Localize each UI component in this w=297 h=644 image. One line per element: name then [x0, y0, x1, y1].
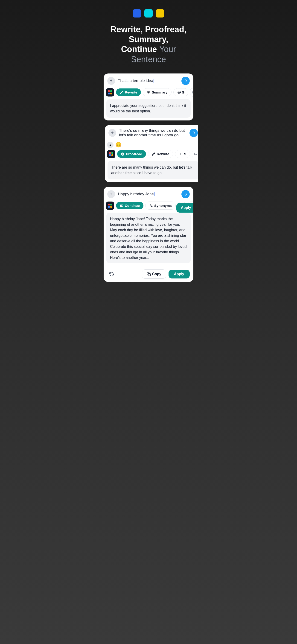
card2-input-value: There's so many things we can do but let…: [119, 128, 185, 137]
card3-result: Happy birthday Jane! Today marks the beg…: [106, 212, 191, 263]
copy-label: Copy: [152, 272, 162, 276]
card3-result-text: Happy birthday Jane! Today marks the beg…: [110, 217, 187, 260]
card2-send-button[interactable]: [190, 129, 198, 137]
card2-add-button[interactable]: +: [108, 129, 116, 137]
card1-input-text[interactable]: That's a terrible idea: [118, 78, 179, 83]
bottom-right-buttons: Copy Apply: [142, 270, 190, 279]
svg-rect-21: [121, 204, 123, 205]
emoji-icon: 😊: [115, 142, 122, 148]
svg-rect-30: [148, 274, 150, 276]
card2-input-row: + There's so many things we can do but l…: [105, 125, 198, 141]
card2-summary-label: S: [184, 152, 186, 156]
text-cursor-3: [154, 192, 154, 196]
other-button[interactable]: G: [173, 88, 188, 96]
refresh-button[interactable]: [107, 270, 116, 278]
synonyms-button[interactable]: Synonyms: [145, 202, 176, 210]
hero-bold: Rewrite, Proofread, Summary,: [110, 25, 186, 44]
continue-label: Continue: [125, 204, 140, 208]
card1-toolbar: Rewrite Summary G: [104, 88, 194, 99]
app-icon-2[interactable]: [107, 150, 115, 158]
text-cursor: [154, 79, 154, 83]
card2-rewrite-button[interactable]: Rewrite: [148, 150, 173, 158]
dot-green-3: [110, 204, 112, 206]
dot-yellow2: [110, 92, 112, 94]
svg-line-3: [149, 91, 150, 92]
apply-floating-button[interactable]: Apply: [176, 203, 194, 212]
card3-bottom-actions: Copy Apply: [104, 266, 194, 282]
svg-line-2: [148, 91, 148, 92]
continue-button[interactable]: Continue: [116, 202, 144, 209]
synonyms-label: Synonyms: [154, 204, 172, 208]
svg-rect-23: [121, 206, 122, 206]
svg-rect-22: [121, 205, 122, 206]
summary-button[interactable]: Summary: [143, 88, 171, 96]
card2-toolbar: Proofread Rewrite S: [105, 150, 198, 161]
proofread-button[interactable]: Proofread: [117, 150, 146, 158]
summary-label: Summary: [152, 90, 168, 94]
keyboard-button-1[interactable]: [190, 88, 194, 96]
svg-rect-6: [193, 91, 194, 93]
card2-summary-button[interactable]: S: [175, 150, 190, 158]
card3-input-value: Happy birthday Jane: [118, 192, 154, 196]
continue-card-wrapper: + Happy birthday Jane Apply Contin: [104, 187, 194, 286]
hero-text: Rewrite, Proofread, Summary, Continue Yo…: [104, 24, 194, 64]
card2-result: There are so many things we can do, but …: [108, 161, 198, 180]
dot-blue-4: [108, 206, 110, 208]
dot-green-2: [112, 152, 113, 154]
color-dots: [133, 9, 164, 18]
text-cursor-2: [180, 133, 180, 137]
card1-add-button[interactable]: +: [107, 77, 115, 85]
card2-result-text: There are so many things we can do, but …: [111, 166, 192, 175]
svg-rect-14: [194, 153, 198, 155]
dot-blue2: [108, 92, 110, 94]
card1-input-value: That's a terrible idea: [118, 78, 153, 83]
card3-add-button[interactable]: +: [107, 190, 115, 198]
card2-rewrite-label: Rewrite: [157, 152, 169, 156]
chevron-up-button[interactable]: ▲: [107, 142, 114, 148]
card1-input-row: + That's a terrible idea: [104, 74, 194, 88]
rewrite-label: Rewrite: [125, 90, 137, 94]
dot-blue-3: [109, 154, 111, 156]
dot-red-3: [108, 204, 110, 206]
svg-rect-20: [120, 204, 121, 206]
blue-dot: [133, 9, 141, 18]
card3-input-text[interactable]: Happy birthday Jane: [118, 192, 179, 196]
app-icon-1[interactable]: [106, 88, 114, 96]
card1-result-text: I appreciate your suggestion, but I don'…: [110, 104, 186, 113]
card1-result: I appreciate your suggestion, but I don'…: [106, 99, 191, 118]
dot-yellow-3: [112, 154, 113, 156]
card2-nav-row: ▲ 😊: [105, 141, 198, 149]
apply-label: Apply: [174, 272, 184, 276]
app-icon-3[interactable]: [106, 202, 114, 210]
continue-card: + Happy birthday Jane Apply Contin: [104, 187, 194, 282]
hero-bold2: Continue: [121, 44, 157, 54]
keyboard-button-2[interactable]: [192, 150, 198, 158]
dot-red: [108, 90, 110, 92]
rewrite-button[interactable]: Rewrite: [116, 88, 141, 96]
proofread-card: + There's so many things we can do but l…: [105, 125, 198, 182]
card3-send-button[interactable]: [182, 190, 190, 198]
cyan-dot: [144, 9, 153, 18]
card1-send-button[interactable]: [182, 77, 190, 85]
card3-input-row: + Happy birthday Jane: [104, 187, 194, 202]
other-label: G: [182, 90, 185, 94]
dot-yellow-4: [110, 206, 112, 208]
dot-red-2: [109, 152, 111, 154]
apply-button[interactable]: Apply: [168, 270, 190, 278]
dot-green: [110, 90, 112, 92]
card2-input-text[interactable]: There's so many things we can do but let…: [119, 128, 187, 138]
proofread-label: Proofread: [126, 152, 142, 156]
rewrite-card: + That's a terrible idea Rewrite Summary: [104, 74, 194, 120]
copy-button[interactable]: Copy: [142, 270, 166, 279]
yellow-dot: [156, 9, 164, 18]
